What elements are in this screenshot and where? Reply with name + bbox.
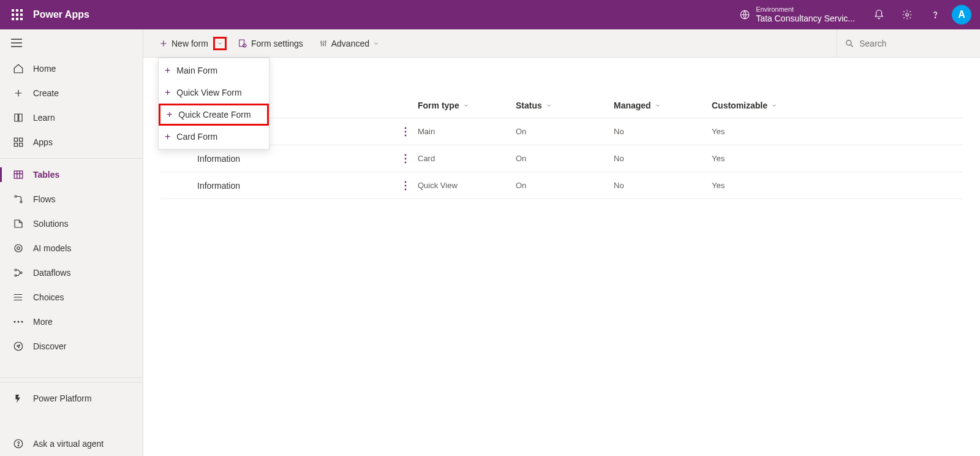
dropdown-card-form[interactable]: + Card Form: [159, 126, 269, 148]
svg-point-29: [405, 134, 407, 136]
row-more-button[interactable]: [393, 127, 418, 137]
environment-picker[interactable]: Environment Tata Consultancy Servic...: [739, 6, 855, 24]
svg-point-22: [243, 44, 246, 47]
cell-status: On: [516, 181, 614, 190]
nav-label: Learn: [33, 113, 55, 123]
compass-icon: [11, 341, 26, 352]
nav-toggle[interactable]: [0, 29, 143, 56]
user-avatar[interactable]: A: [952, 5, 971, 25]
nav-solutions[interactable]: Solutions: [0, 211, 143, 236]
svg-point-33: [405, 181, 407, 183]
col-managed[interactable]: Managed: [614, 101, 712, 110]
advanced-button[interactable]: Advanced: [314, 34, 384, 53]
gear-icon: [902, 9, 913, 20]
plus-icon: +: [165, 131, 170, 142]
nav-label: Discover: [33, 341, 66, 351]
svg-point-23: [320, 42, 322, 43]
cell-form-type: Quick View: [418, 181, 516, 190]
svg-point-18: [14, 342, 23, 351]
svg-point-11: [17, 247, 20, 250]
nav-choices[interactable]: Choices: [0, 285, 143, 310]
svg-point-35: [405, 188, 407, 190]
row-more-button[interactable]: [393, 181, 418, 191]
nav-label: Power Platform: [33, 393, 92, 403]
nav-label: More: [33, 317, 53, 327]
nav-more[interactable]: More: [0, 310, 143, 334]
svg-point-17: [21, 321, 23, 323]
waffle-menu[interactable]: [5, 0, 29, 29]
nav-discover[interactable]: Discover: [0, 334, 143, 359]
nav-flows[interactable]: Flows: [0, 187, 143, 211]
environment-label: Environment: [756, 6, 855, 13]
nav-dataflows[interactable]: Dataflows: [0, 260, 143, 285]
more-vertical-icon: [404, 181, 407, 191]
table-row[interactable]: Information Card On No Yes: [160, 145, 963, 172]
svg-point-2: [935, 17, 935, 18]
col-status[interactable]: Status: [516, 101, 614, 110]
svg-point-14: [20, 272, 22, 274]
settings-button[interactable]: [893, 0, 921, 29]
svg-point-26: [846, 40, 851, 45]
more-vertical-icon: [404, 127, 407, 137]
plus-icon: [159, 39, 168, 48]
nav-home[interactable]: Home: [0, 56, 143, 81]
nav-aimodels[interactable]: AI models: [0, 236, 143, 260]
table-row[interactable]: Information Quick View On No Yes: [160, 172, 963, 199]
row-more-button[interactable]: [393, 154, 418, 164]
cell-managed: No: [614, 127, 712, 136]
cell-customizable: Yes: [712, 127, 822, 136]
table-row[interactable]: Information Main On No Yes: [160, 118, 963, 145]
svg-point-15: [14, 321, 16, 323]
dropdown-quick-create-form[interactable]: + Quick Create Form: [159, 104, 269, 126]
nav-power-platform[interactable]: Power Platform: [0, 386, 143, 411]
nav-create[interactable]: Create: [0, 81, 143, 105]
svg-point-20: [18, 445, 18, 446]
svg-point-16: [18, 321, 20, 323]
plus-icon: [11, 88, 26, 98]
svg-point-27: [405, 127, 407, 129]
search-input[interactable]: [859, 39, 951, 48]
dataflows-icon: [11, 267, 26, 278]
svg-rect-6: [20, 143, 23, 146]
svg-point-10: [15, 245, 22, 252]
new-form-button[interactable]: New form: [154, 34, 213, 53]
notifications-button[interactable]: [865, 0, 893, 29]
search-region[interactable]: [837, 29, 969, 58]
cell-managed: No: [614, 181, 712, 190]
dropdown-main-form[interactable]: + Main Form: [159, 59, 269, 82]
cell-status: On: [516, 127, 614, 136]
cell-status: On: [516, 154, 614, 163]
app-title[interactable]: Power Apps: [33, 9, 89, 20]
svg-point-31: [405, 158, 407, 159]
col-form-type[interactable]: Form type: [418, 101, 516, 110]
nav-label: Tables: [33, 170, 59, 180]
help-button[interactable]: [921, 0, 949, 29]
globe-icon: [739, 9, 751, 21]
cell-form-type: Main: [418, 127, 516, 136]
col-customizable[interactable]: Customizable: [712, 101, 822, 110]
form-settings-button[interactable]: Form settings: [233, 34, 308, 53]
chevron-down-icon: [217, 40, 223, 47]
environment-name: Tata Consultancy Servic...: [756, 13, 855, 24]
command-bar: New form Form settings Advanced: [143, 29, 980, 58]
nav-label: Choices: [33, 292, 64, 302]
nav-ask-agent[interactable]: Ask a virtual agent: [0, 431, 143, 456]
svg-rect-5: [14, 143, 17, 146]
nav-tables[interactable]: Tables: [0, 162, 143, 187]
nav-learn[interactable]: Learn: [0, 105, 143, 130]
new-form-dropdown-toggle[interactable]: [213, 37, 227, 50]
choices-icon: [11, 292, 26, 303]
nav-apps[interactable]: Apps: [0, 130, 143, 154]
dropdown-quick-view-form[interactable]: + Quick View Form: [159, 82, 269, 104]
table-header-row: Name Form type Status Managed Custo: [160, 93, 963, 118]
plus-icon: +: [167, 109, 172, 120]
table-icon: [11, 169, 26, 180]
dropdown-label: Quick Create Form: [178, 110, 251, 120]
svg-point-8: [15, 196, 17, 197]
plus-icon: +: [165, 87, 170, 98]
dropdown-label: Quick View Form: [176, 88, 241, 97]
nav-label: Home: [33, 64, 56, 74]
plus-icon: +: [165, 65, 170, 76]
nav-label: Create: [33, 88, 59, 98]
nav-label: Dataflows: [33, 268, 70, 278]
